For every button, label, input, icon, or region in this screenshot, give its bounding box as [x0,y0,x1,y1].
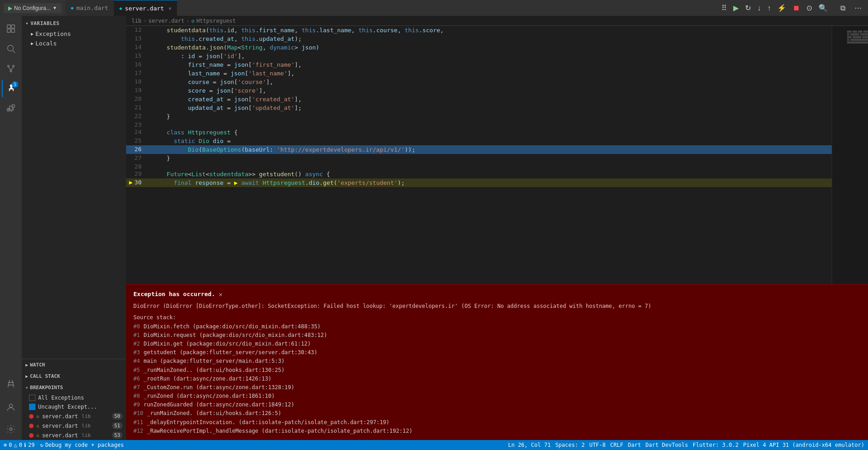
test-icon[interactable] [2,375,20,393]
status-eol[interactable]: CRLF [610,442,623,448]
status-flutter[interactable]: Flutter: 3.0.2 [693,442,739,448]
status-encoding[interactable]: UTF-8 [589,442,606,448]
inspector-btn[interactable]: ⊙ [804,2,815,14]
step-into-btn[interactable]: ↑ [765,2,774,14]
status-devtools[interactable]: Dart DevTools [646,442,688,448]
line-num-29: 29 [126,170,149,178]
source-control-icon[interactable] [2,59,20,78]
line-content-14: studentdata.json(Map<String, dynamic> js… [149,43,832,52]
sync-icon: ↻ [40,442,43,448]
stack-line-item: #11_delayEntrypointInvocation. (dart:iso… [133,418,861,427]
breadcrumb-sep-2: › [186,18,189,24]
chevron-right-icon: ▶ [31,31,34,36]
activity-bar: 1 [0,16,22,440]
line-content-16: first_name = json['first_name'], [149,60,832,69]
restart-btn[interactable]: ↻ [742,2,754,14]
search-icon[interactable] [2,40,20,58]
svg-line-5 [13,50,15,53]
debug-arrow: ▶ [129,179,133,186]
stack-line-item: #4main (package:flutter_server/main.dart… [133,357,861,366]
explorer-icon[interactable] [2,20,20,38]
bp-server-53[interactable]: ⚠ server.dart lib 53 [22,430,126,440]
line-content-19: score = json['score'], [149,86,832,95]
tab-close-button[interactable]: ✕ [168,5,172,11]
exception-header: Exception has occurred. ✕ [133,289,861,299]
account-icon[interactable] [2,398,20,416]
svg-point-13 [9,404,12,407]
bp-server-50[interactable]: ⚠ server.dart lib 50 [22,411,126,421]
tab-server-dart[interactable]: ◆ server.dart ✕ [114,0,177,16]
call-stack-header[interactable]: ▶ CALL STACK [22,371,126,382]
code-scroll[interactable]: 12 studentdata(this.id, this.first_name,… [126,26,832,284]
stop-btn[interactable]: ⏹ [790,2,803,14]
breakpoints-header[interactable]: ▾ BREAKPOINTS [22,382,126,393]
stack-line-item: #3getstudent (package:flutter_server/ser… [133,348,861,357]
line-num-19: 19 [126,86,149,95]
status-device[interactable]: Pixel 4 API 31 (android-x64 emulator) [743,442,864,448]
bp-warning-1: ⚠ [36,413,39,419]
all-exceptions-checkbox[interactable] [29,395,35,401]
variables-section: ▾ VARIABLES ▶ Exceptions ▶ Locals [22,16,126,50]
minimap: ████ ████ ████ ████ ██ ████████ ████████… [832,26,868,284]
settings-icon[interactable] [2,420,20,438]
bp-line-1: 50 [112,413,123,420]
line-num-21: 21 [126,104,149,112]
exception-message: DioError (DioError [DioErrorType.other]:… [133,302,861,311]
layout-btn[interactable]: ⠿ [719,2,730,14]
exceptions-item[interactable]: ▶ Exceptions [22,29,126,39]
breadcrumb-lib[interactable]: lib [132,18,142,24]
bp-warning-2: ⚠ [36,423,39,429]
bp-server-51[interactable]: ⚠ server.dart lib 51 [22,421,126,430]
status-language[interactable]: Dart [628,442,641,448]
uncaught-exceptions-checkbox[interactable] [29,404,35,410]
bp-lib-1: lib [82,413,91,419]
code-line-16: 16 first_name = json['first_name'], [126,60,832,69]
code-line-15: 15 : id = json['id'], [126,52,832,60]
chevron-right-watch-icon: ▶ [25,362,28,367]
line-num-15: 15 [126,52,149,60]
status-line-col[interactable]: Ln 26, Col 71 [508,442,551,448]
bp-file-3: server.dart [42,432,78,439]
chevron-icon: ▼ [53,5,57,10]
status-right: Ln 26, Col 71 Spaces: 2 UTF-8 CRLF Dart … [508,442,864,448]
code-line-12: 12 studentdata(this.id, this.first_name,… [126,26,832,35]
extensions-icon[interactable] [2,99,20,118]
exception-close-button[interactable]: ✕ [219,289,222,299]
dart-icon: ◆ [71,5,74,11]
continue-btn[interactable]: ▶ [731,2,741,14]
warning-icon: △ [14,442,17,448]
code-line-17: 17 last_name = json['last_name'], [126,69,832,78]
stack-line-item: #10_runMainZoned. (dart:ui/hooks.dart:12… [133,409,861,418]
variables-header[interactable]: ▾ VARIABLES [22,18,126,29]
more-btn[interactable]: ⋯ [852,2,864,14]
svg-point-6 [8,65,10,67]
all-exceptions-bp[interactable]: All Exceptions [22,393,126,402]
status-debug[interactable]: ↻ Debug my code + packages [40,442,124,448]
tab-group: ◆ main.dart ◆ server.dart ✕ [65,0,177,16]
search-btn[interactable]: 🔍 [816,2,830,14]
code-line-20: 20 created_at = json['created_at'], [126,95,832,104]
breadcrumb-class[interactable]: Httpsreguest [196,18,236,24]
split-editor-btn[interactable]: ⧉ [838,2,848,14]
lightning-btn[interactable]: ⚡ [775,2,789,14]
line-content-20: created_at = json['created_at'], [149,95,832,104]
code-line-27: 27 } [126,154,832,163]
uncaught-exceptions-bp[interactable]: Uncaught Except... [22,402,126,411]
breakpoints-label: BREAKPOINTS [30,385,63,391]
watch-header[interactable]: ▶ WATCH [22,359,126,371]
tab-label: main.dart [76,5,108,11]
code-line-24: 24 class Httpsreguest { [126,128,832,137]
status-errors[interactable]: ⊗ 0 △ 0 ℹ 29 [4,442,34,448]
step-over-btn[interactable]: ↓ [755,2,764,14]
no-config-button[interactable]: ▶ No Configura... ▼ [4,3,62,13]
bp-dot-1 [29,414,34,419]
bp-line-3: 53 [112,432,123,439]
breadcrumb-file[interactable]: server.dart [148,18,184,24]
debug-icon[interactable]: 1 [2,79,20,98]
line-num-26: 26 [126,145,149,154]
tab-main-dart[interactable]: ◆ main.dart [65,0,114,16]
line-num-20: 20 [126,95,149,104]
status-spaces[interactable]: Spaces: 2 [555,442,585,448]
svg-rect-2 [7,29,10,32]
locals-item[interactable]: ▶ Locals [22,39,126,48]
